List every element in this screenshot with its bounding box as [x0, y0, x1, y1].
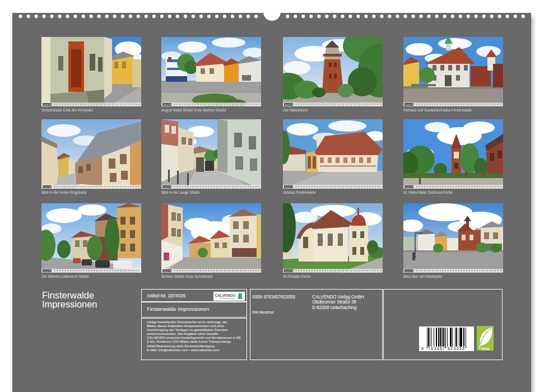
svg-text:Januar 2026: Januar 2026 — [163, 104, 173, 106]
svg-text:783457: 783457 — [428, 347, 445, 351]
svg-text:eco: eco — [482, 346, 490, 351]
svg-text:603055: 603055 — [448, 347, 464, 351]
svg-text:9: 9 — [421, 347, 424, 351]
svg-text:Januar 2026: Januar 2026 — [43, 186, 53, 188]
svg-text:Januar 2026: Januar 2026 — [43, 270, 53, 272]
svg-text:Januar 2026: Januar 2026 — [405, 186, 415, 188]
svg-text:Januar 2026: Januar 2026 — [163, 270, 173, 272]
svg-text:Januar 2026: Januar 2026 — [285, 270, 294, 272]
svg-text:Januar 2026: Januar 2026 — [285, 186, 294, 188]
svg-text:Januar 2026: Januar 2026 — [405, 270, 415, 272]
svg-text:Januar 2026: Januar 2026 — [43, 104, 53, 106]
svg-text:Januar 2026: Januar 2026 — [163, 186, 173, 188]
svg-text:Januar 2026: Januar 2026 — [405, 104, 415, 106]
svg-text:Januar 2026: Januar 2026 — [285, 104, 294, 106]
